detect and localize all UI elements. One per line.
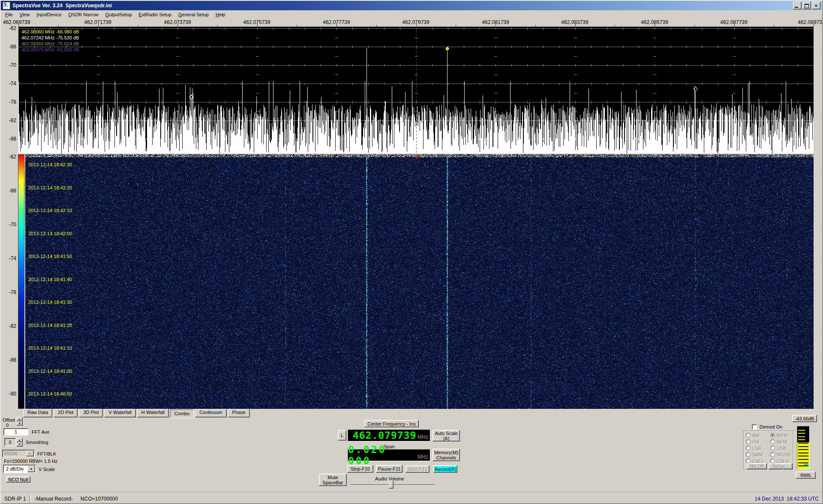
radio-usb[interactable] <box>770 446 775 450</box>
chevron-down-icon[interactable]: ▼ <box>26 450 34 456</box>
waterfall-db-label: -70 <box>1 222 16 228</box>
menu-help[interactable]: Help <box>212 11 229 18</box>
menu-extradio-setup[interactable]: ExtRadio Setup <box>135 11 175 18</box>
status-device: SDR-IP 1 <box>4 496 26 502</box>
marker-readout-1: 462.08060 MHz -66.980 dB <box>21 29 79 34</box>
spectrum-db-label: -86 <box>1 136 16 142</box>
menu-general-setup[interactable]: General Setup <box>175 11 212 18</box>
spectrum-db-label: -82 <box>1 117 16 123</box>
center-frequency-button[interactable]: Center Frequency - Ins <box>364 420 419 427</box>
auto-scale-button[interactable]: Auto Scale(A) <box>433 430 460 441</box>
status-record-state: -Manual Record- <box>34 496 72 502</box>
v-scale-label: V Scale <box>39 467 55 472</box>
spectrum-db-label: -78 <box>1 99 16 105</box>
meter-tick <box>798 459 808 460</box>
waterfall-timestamp: 2013-12-14 18:41:10 <box>28 345 72 351</box>
radio-cwu[interactable] <box>770 459 775 463</box>
start-button: Start-F12 <box>405 465 430 473</box>
status-datetime: 14 Dec 2013 18:42:33 UTC <box>755 496 819 502</box>
waterfall-timestamp: 2013-12-14 18:41:20 <box>28 323 72 328</box>
radio-sam[interactable] <box>746 452 751 457</box>
tab-phase[interactable]: Phase <box>228 409 250 417</box>
freq-tick-label: 462.075739 <box>243 19 270 25</box>
waterfall-timestamp: 2013-12-14 18:42:30 <box>28 162 72 167</box>
menu-file[interactable]: File <box>2 11 16 18</box>
view-tabs: Raw Data 2D Plot 3D Plot V Waterfall H W… <box>23 409 250 417</box>
radio-wfm[interactable] <box>770 433 775 438</box>
fft-ave-label: FFT Ave <box>32 429 49 435</box>
spectrum-db-label: -74 <box>1 81 16 87</box>
spectrum-plot[interactable] <box>18 27 814 153</box>
span-unit: MHz <box>418 454 428 460</box>
spectravue-window: Sv SpectraVue Ver. 3.24 SpectraVueqsdr.i… <box>0 0 823 504</box>
nco-null-button[interactable]: NCO Null <box>6 476 30 483</box>
radio-fm[interactable] <box>746 439 751 444</box>
waterfall-timestamp: 2013-12-14 18:41:00 <box>28 369 72 374</box>
tab-combo[interactable]: Combo <box>170 409 194 418</box>
menu-input-device[interactable]: InputDevice <box>33 11 65 18</box>
meter-tick <box>798 453 808 453</box>
radio-am[interactable] <box>746 433 751 438</box>
tab-continuum[interactable]: Continuum <box>195 409 226 417</box>
waterfall-timestamp: 2013-12-14 18:41:40 <box>28 277 72 282</box>
smoothing-input[interactable]: 0 <box>4 438 16 446</box>
app-icon: Sv <box>3 2 10 9</box>
freq-tick-label: 462.083739 <box>561 19 588 25</box>
meter-tick <box>798 456 808 456</box>
offset-stepper[interactable]: ▲▼ <box>16 417 23 426</box>
level-meter <box>797 426 810 469</box>
nb-off-button: NB Off <box>747 463 767 469</box>
radio-cwl[interactable] <box>746 459 751 463</box>
tab-h-waterfall[interactable]: H Waterfall <box>137 409 169 417</box>
radio-lsb[interactable] <box>746 446 751 450</box>
freq-tick-label: 462.071739 <box>84 19 111 25</box>
minimize-button[interactable] <box>793 2 802 9</box>
stop-button[interactable]: Stop-F10 <box>347 465 373 473</box>
mute-button[interactable]: MuteSpaceBar <box>319 474 347 486</box>
smoothing-stepper[interactable]: ▲▼ <box>16 438 23 447</box>
meter-tick <box>798 446 808 447</box>
radio-nfm-label: NFM <box>777 439 787 444</box>
radio-am-label: AM <box>752 433 760 438</box>
close-button[interactable]: × <box>812 2 820 9</box>
fft-blk-select[interactable]: 65536 ▼ <box>2 450 35 457</box>
record-button[interactable]: Record(R) <box>433 465 457 473</box>
freq-tick-label: 462.087739 <box>720 19 747 25</box>
tab-v-waterfall[interactable]: V Waterfall <box>104 409 135 417</box>
menu-view[interactable]: View <box>16 11 33 18</box>
offset-label: Offset <box>3 417 15 423</box>
tab-2d-plot[interactable]: 2D Plot <box>54 409 78 417</box>
tab-raw-data[interactable]: Raw Data <box>23 409 52 417</box>
pause-button[interactable]: Pause-F11 <box>376 465 402 473</box>
meter-tick <box>798 430 805 431</box>
menu-qsdr-narrow[interactable]: QSDR Narrow <box>65 11 102 18</box>
demod-on-checkbox[interactable] <box>752 424 757 429</box>
radio-nfm[interactable] <box>770 439 775 444</box>
tab-3d-plot[interactable]: 3D Plot <box>79 409 103 417</box>
restore-button[interactable] <box>802 2 811 9</box>
menu-output-setup[interactable]: OutputSetup <box>102 11 135 18</box>
meter-tick <box>798 433 805 434</box>
audio-volume-thumb[interactable] <box>389 481 393 489</box>
radio-fm-label: FM <box>752 439 759 444</box>
waterfall-plot[interactable] <box>25 154 814 409</box>
v-scale-select[interactable]: 2 dB/Div ▼ <box>3 465 36 473</box>
center-frequency-display[interactable]: 462.079739 MHz <box>348 429 430 441</box>
radio-wusb[interactable] <box>770 452 775 457</box>
fft-ave-input[interactable]: 1 <box>3 428 28 435</box>
smoothing-label: Smoothing <box>26 440 48 445</box>
waterfall-colorbar <box>18 154 24 409</box>
setup-button: Setup... <box>769 463 793 469</box>
title-bar[interactable]: Sv SpectraVue Ver. 3.24 SpectraVueqsdr.i… <box>1 1 822 10</box>
span-display[interactable]: 0.020 000 MHz <box>348 449 430 461</box>
signal-level-display[interactable]: -43.66dB <box>792 415 817 422</box>
meter-tick <box>798 462 808 463</box>
lock-l-button[interactable]: L <box>338 430 346 441</box>
memory-channels-button[interactable]: Memory(M)Channels <box>433 449 460 461</box>
radio-usb-label: USB <box>777 446 787 451</box>
meter-tick <box>798 465 808 466</box>
chevron-down-icon[interactable]: ▼ <box>27 465 35 472</box>
meter-tick <box>798 436 805 437</box>
frequency-value: 462.079739 <box>353 430 416 441</box>
rms-button[interactable]: RMS <box>796 471 816 479</box>
